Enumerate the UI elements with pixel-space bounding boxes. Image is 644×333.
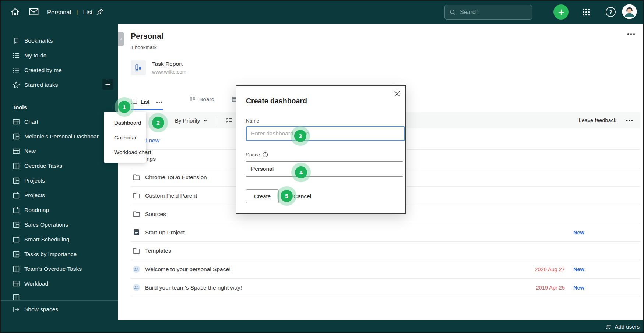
sidebar-item-new[interactable]: New xyxy=(1,144,118,159)
apps-grid-icon[interactable] xyxy=(582,8,591,17)
list-item[interactable]: Start-up Project New xyxy=(131,223,640,242)
sidebar-divider xyxy=(1,300,118,301)
list-view-icon xyxy=(131,99,137,105)
bookmark-card[interactable]: Task Report www.wrike.com xyxy=(131,60,186,75)
tab-options-icon[interactable] xyxy=(156,101,162,103)
sidebar-item-starred-tasks[interactable]: Starred tasks xyxy=(1,78,118,92)
toolbar-menu-icon[interactable] xyxy=(626,120,633,121)
dropdown-item-workload-chart[interactable]: Workload chart xyxy=(104,145,146,160)
workload-icon xyxy=(13,280,20,287)
list-item-label: Chrome ToDo Extension xyxy=(145,174,207,181)
sidebar-item-overdue-tasks[interactable]: Overdue Tasks xyxy=(1,159,118,173)
list-item[interactable]: Welcome to your personal Space! 2020 Aug… xyxy=(131,260,640,279)
sidebar-item-projects-dashboard[interactable]: Projects xyxy=(1,173,118,188)
quick-add-button[interactable] xyxy=(553,4,569,20)
due-date: 2020 Aug 27 xyxy=(531,266,565,272)
sidebar-item-label: Roadmap xyxy=(24,207,49,213)
sidebar-item-label: Projects xyxy=(24,177,45,184)
tab-list[interactable]: List xyxy=(131,99,162,105)
leave-feedback-link[interactable]: Leave feedback xyxy=(579,117,616,123)
sidebar-item-smart-scheduling[interactable]: Smart Scheduling xyxy=(1,232,118,247)
board-view-icon xyxy=(189,96,196,103)
annotation-badge-4: 4 xyxy=(295,166,307,178)
cancel-button[interactable]: Cancel xyxy=(293,193,311,200)
sidebar-item-teams-overdue-tasks[interactable]: Team's Overdue Tasks xyxy=(1,262,118,276)
sidebar-item-partially-hidden[interactable] xyxy=(1,291,118,300)
sidebar-item-bookmarks[interactable]: Bookmarks xyxy=(1,33,118,48)
sort-by-dropdown[interactable]: By Priority xyxy=(175,117,207,124)
sort-by-label: By Priority xyxy=(175,117,200,124)
collapse-sidebar-tab[interactable]: ‹ xyxy=(118,32,124,46)
user-avatar[interactable] xyxy=(622,4,637,19)
modal-title: Create dashboard xyxy=(246,97,307,105)
workload-icon xyxy=(13,118,20,125)
calendar-icon xyxy=(13,206,20,214)
calendar-icon xyxy=(13,192,20,199)
list-item[interactable]: Templates xyxy=(131,242,640,260)
space-field-label: Space xyxy=(246,152,268,157)
sidebar-item-workload[interactable]: Workload xyxy=(1,276,118,291)
search-input[interactable]: Search xyxy=(444,5,532,20)
list-item-label: Start-up Project xyxy=(145,229,185,236)
list-item-label: Build your team's Space the right way! xyxy=(145,284,242,291)
dashboard-icon xyxy=(13,133,20,140)
show-spaces-button[interactable]: Show spaces xyxy=(1,302,118,317)
sidebar-item-label: My to-do xyxy=(24,52,46,59)
top-bar: Personal | List Search ? xyxy=(1,1,643,24)
subtasks-filter-icon[interactable] xyxy=(225,117,233,124)
sidebar-item-projects-calendar[interactable]: Projects xyxy=(1,188,118,203)
help-icon[interactable]: ? xyxy=(605,6,616,18)
dashboard-name-input[interactable] xyxy=(246,126,405,141)
pin-icon[interactable] xyxy=(96,8,104,16)
inbox-icon[interactable] xyxy=(29,7,39,16)
annotation-badge-1: 1 xyxy=(118,101,130,113)
breadcrumb-view[interactable]: List xyxy=(83,9,93,16)
dashboard-icon xyxy=(13,221,20,229)
name-field-label: Name xyxy=(246,118,259,124)
sidebar-item-chart[interactable]: Chart xyxy=(1,114,118,129)
sidebar-item-roadmap[interactable]: Roadmap xyxy=(1,203,118,217)
info-icon xyxy=(263,152,268,157)
sidebar-item-label: Starred tasks xyxy=(24,82,58,88)
sidebar-item-label: Workload xyxy=(24,280,48,287)
sidebar-item-created-by-me[interactable]: Created by me xyxy=(1,63,118,78)
community-icon xyxy=(133,284,140,291)
sidebar-item-label: Created by me xyxy=(24,67,62,74)
page-menu-icon[interactable] xyxy=(627,33,635,35)
show-spaces-label: Show spaces xyxy=(24,306,58,313)
dashboard-icon xyxy=(13,265,20,273)
sidebar-item-sales-operations[interactable]: Sales Operations xyxy=(1,217,118,232)
add-tool-button[interactable] xyxy=(102,79,113,90)
space-select[interactable]: Personal xyxy=(246,161,403,177)
close-icon[interactable] xyxy=(394,91,400,97)
add-tool-dropdown: Dashboard Calendar Workload chart xyxy=(104,112,146,163)
sidebar-item-label: Team's Overdue Tasks xyxy=(24,266,82,272)
new-badge: New xyxy=(573,266,584,272)
create-button[interactable]: Create xyxy=(246,189,279,203)
sidebar-item-my-todo[interactable]: My to-do xyxy=(1,48,118,63)
list-item[interactable]: Build your team's Space the right way! 2… xyxy=(131,279,640,297)
modal-actions: Create Cancel xyxy=(246,189,311,203)
bookmark-title: Task Report xyxy=(152,60,186,67)
dashboard-icon xyxy=(13,251,20,258)
dropdown-item-calendar[interactable]: Calendar xyxy=(104,130,146,145)
home-icon[interactable] xyxy=(10,7,20,17)
list-item-label: Sources xyxy=(145,211,166,217)
svg-text:?: ? xyxy=(609,9,612,15)
calendar-icon xyxy=(13,236,20,243)
bookmark-count: 1 bookmark xyxy=(131,45,157,50)
folder-icon xyxy=(133,173,140,181)
sidebar-item-melanies-dashboard[interactable]: Melanie's Personal Dashboar xyxy=(1,129,118,144)
sidebar-item-tasks-by-importance[interactable]: Tasks by Importance xyxy=(1,247,118,262)
dropdown-item-dashboard[interactable]: Dashboard xyxy=(104,116,146,130)
breadcrumb-space[interactable]: Personal xyxy=(47,9,71,16)
annotation-badge-5: 5 xyxy=(281,190,293,202)
tab-board[interactable]: Board xyxy=(189,96,214,103)
add-users-button[interactable]: Add users xyxy=(605,323,640,330)
list-item-label: Custom Field Parent xyxy=(145,192,197,199)
workload-icon xyxy=(13,148,20,155)
add-users-icon xyxy=(605,324,612,330)
breadcrumb-separator: | xyxy=(76,8,78,16)
star-icon xyxy=(13,81,20,89)
new-badge: New xyxy=(573,285,584,291)
